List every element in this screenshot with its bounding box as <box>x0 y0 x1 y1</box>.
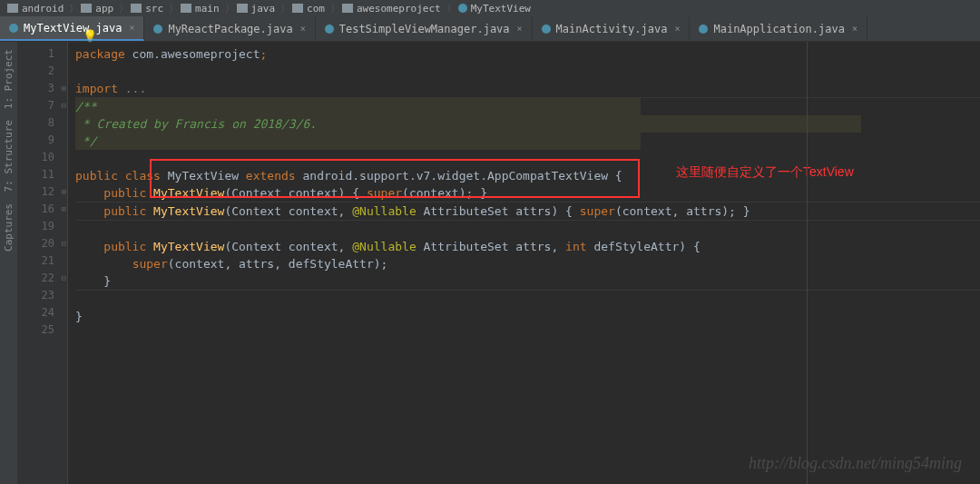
code-line: public MyTextView(Context context, @Null… <box>75 238 980 255</box>
chevron-right-icon: 〉 <box>119 2 129 15</box>
code-line <box>75 221 980 238</box>
code-line: super(context, attrs, defStyleAttr); <box>75 255 980 272</box>
chevron-right-icon: 〉 <box>330 2 340 15</box>
tab-testsimpleviewmanager[interactable]: TestSimpleViewManager.java × <box>316 16 533 41</box>
folder-icon <box>131 4 142 13</box>
folder-icon <box>181 4 191 13</box>
line-number[interactable]: 20⊟ <box>18 235 67 252</box>
breadcrumb-item[interactable]: android <box>7 3 64 15</box>
fold-icon[interactable]: ⊟ <box>62 97 66 114</box>
code-line <box>75 291 980 308</box>
code-line: */ <box>75 133 980 150</box>
lightbulb-icon[interactable]: 💡 <box>83 29 97 43</box>
tab-myreactpackage[interactable]: MyReactPackage.java × <box>144 16 315 41</box>
code-line: * Created by Francis on 2018/3/6. <box>75 115 980 133</box>
line-number[interactable]: 10 <box>18 149 67 166</box>
line-number[interactable]: 1 <box>18 45 67 63</box>
breadcrumb-item[interactable]: main <box>181 3 220 15</box>
folder-icon <box>81 4 92 13</box>
class-icon <box>542 25 551 34</box>
fold-icon[interactable]: ⊞ <box>62 201 66 218</box>
fold-icon[interactable]: ⊞ <box>62 183 66 201</box>
tab-label: MainActivity.java <box>556 23 668 35</box>
chevron-right-icon: 〉 <box>169 2 179 15</box>
line-number[interactable]: 9 <box>18 132 67 149</box>
class-icon <box>458 4 467 13</box>
annotation-text: 这里随便自定义了一个TextView <box>676 164 854 181</box>
close-icon[interactable]: × <box>674 24 680 34</box>
class-icon <box>325 25 334 34</box>
breadcrumb-item[interactable]: app <box>81 3 113 15</box>
fold-icon[interactable]: ⊞ <box>62 80 66 97</box>
code-line: /** <box>75 98 980 115</box>
line-number[interactable]: 16⊞ <box>18 201 67 218</box>
right-margin-line <box>807 42 808 484</box>
chevron-right-icon: 〉 <box>280 2 290 15</box>
line-number[interactable]: 12⊞ <box>18 183 67 201</box>
tab-label: TestSimpleViewManager.java <box>339 23 510 35</box>
fold-icon[interactable]: ⊟ <box>62 235 66 252</box>
line-number[interactable]: 25 <box>18 321 67 339</box>
watermark: http://blog.csdn.net/ming54ming <box>749 454 962 473</box>
folder-icon <box>237 4 248 13</box>
chevron-right-icon: 〉 <box>69 2 79 15</box>
sidebar-tool-project[interactable]: 1: Project <box>3 49 15 109</box>
editor-tabs: MyTextView.java × MyReactPackage.java × … <box>0 16 980 42</box>
line-number[interactable]: 8 <box>18 114 67 132</box>
line-number[interactable]: 7⊟ <box>18 97 67 114</box>
breadcrumb-item[interactable]: MyTextView <box>458 3 531 15</box>
tab-mainapplication[interactable]: MainApplication.java × <box>690 16 867 41</box>
breadcrumb-item[interactable]: src <box>131 3 163 15</box>
tab-mytextview[interactable]: MyTextView.java × <box>0 16 144 41</box>
line-number[interactable]: 21 <box>18 252 67 270</box>
code-line: } <box>75 308 980 325</box>
tab-label: MyTextView.java <box>24 22 122 35</box>
code-line <box>75 325 980 342</box>
tab-label: MainApplication.java <box>713 23 845 35</box>
chevron-right-icon: 〉 <box>446 2 456 15</box>
class-icon <box>153 25 162 34</box>
line-number[interactable]: 11 <box>18 166 67 183</box>
line-number[interactable]: 24 <box>18 304 67 321</box>
line-number[interactable]: 23 <box>18 287 67 304</box>
gutter: 1 2 3⊞ 7⊟ 8 9 10 11 12⊞ 16⊞ 19 20⊟ 21 22… <box>18 42 68 484</box>
class-icon <box>699 25 708 34</box>
close-icon[interactable]: × <box>300 24 306 34</box>
class-icon <box>9 24 18 33</box>
breadcrumb: android 〉 app 〉 src 〉 main 〉 java 〉 com … <box>0 0 980 16</box>
folder-icon <box>292 4 303 13</box>
code-line: public MyTextView(Context context) { sup… <box>75 184 980 202</box>
breadcrumb-item[interactable]: awesomeproject <box>342 3 441 15</box>
code-line: import ... <box>75 80 980 98</box>
line-number[interactable]: 22⊟ <box>18 270 67 287</box>
folder-icon <box>7 4 18 13</box>
breadcrumb-item[interactable]: java <box>237 3 276 15</box>
left-tool-sidebar: 1: Project 7: Structure Captures <box>0 42 18 484</box>
tab-label: MyReactPackage.java <box>168 23 292 35</box>
close-icon[interactable]: × <box>517 24 523 34</box>
line-number[interactable]: 2 <box>18 63 67 80</box>
sidebar-tool-structure[interactable]: 7: Structure <box>3 120 15 192</box>
code-line: } <box>75 272 980 291</box>
fold-icon[interactable]: ⊟ <box>62 270 66 287</box>
line-number[interactable]: 3⊞ <box>18 80 67 97</box>
tab-mainactivity[interactable]: MainActivity.java × <box>533 16 691 41</box>
close-icon[interactable]: × <box>129 23 134 33</box>
chevron-right-icon: 〉 <box>225 2 235 15</box>
code-line <box>75 63 980 80</box>
sidebar-tool-captures[interactable]: Captures <box>3 203 15 252</box>
code-line: public MyTextView(Context context, @Null… <box>75 202 980 221</box>
line-number[interactable]: 19 <box>18 218 67 235</box>
breadcrumb-item[interactable]: com <box>292 3 325 15</box>
close-icon[interactable]: × <box>852 24 858 34</box>
code-line: package com.awesomeproject; <box>75 45 980 63</box>
folder-icon <box>342 4 353 13</box>
code-editor[interactable]: 💡 package com.awesomeproject; import ...… <box>68 42 980 484</box>
